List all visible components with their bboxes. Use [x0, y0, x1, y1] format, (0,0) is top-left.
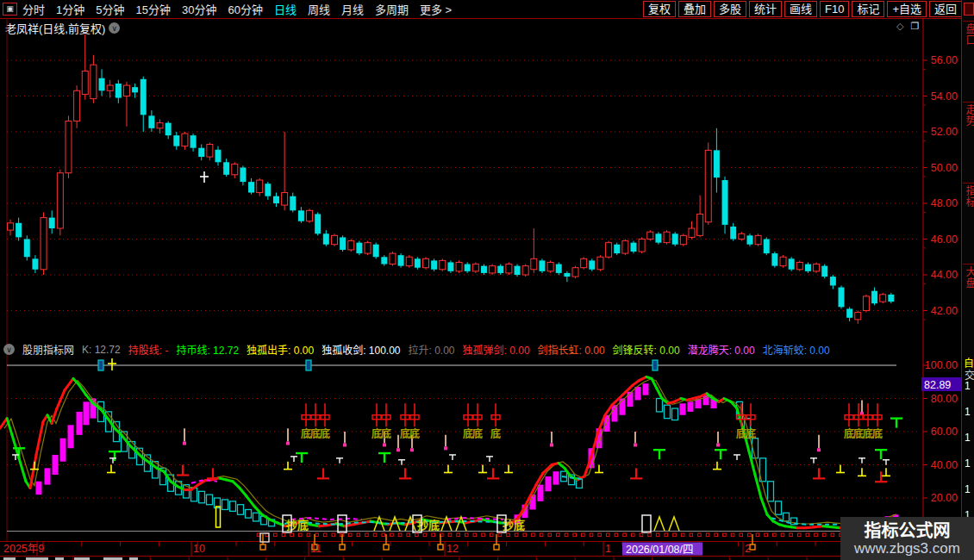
indicator-axis-label: 60.00: [931, 426, 958, 438]
badge-value: 82.89: [924, 379, 951, 391]
di-label: 底: [490, 427, 501, 440]
strip-number-2: 1: [965, 432, 971, 444]
indicator-field-0: K: 12.72: [82, 344, 121, 356]
right-sidebar-strip[interactable]: 盘口走势指标大盘自交1111111: [961, 0, 974, 560]
strip-number-4: 1: [965, 483, 971, 495]
watermark: 指标公式网 www.zbgs3.com: [840, 517, 974, 560]
indicator-field-9: 潜龙腾天: 0.00: [688, 342, 755, 357]
strip-tab-3[interactable]: 大盘: [963, 264, 974, 289]
date-axis: 2025年9101112122026/01/08/四: [3, 542, 893, 556]
indicator-field-6: 独孤弹剑: 0.00: [463, 342, 530, 357]
di-label: 底: [409, 427, 420, 440]
indicator-field-10: 北海斩蛟: 0.00: [763, 342, 830, 357]
date-label: 2: [745, 543, 751, 555]
di-bottom-clusters: 底底底底底底底底底底底底底底底底: [301, 403, 883, 439]
indicator-axis-label: 40.00: [931, 459, 958, 471]
strip-tab-0[interactable]: 盘口: [963, 21, 974, 46]
strip-tab-2[interactable]: 指标: [963, 183, 974, 208]
indicator-grid: 100.0080.0060.0040.0020.00: [7, 359, 958, 532]
chaodi-label: 抄底: [286, 519, 309, 532]
indicator-value-badge: 82.89: [921, 377, 961, 391]
price-axis-label: 44.00: [931, 269, 958, 281]
price-axis-label: 54.00: [931, 90, 958, 103]
date-label: 11: [310, 543, 322, 555]
red-bottom-markers: [177, 465, 887, 482]
price-axis-label: 56.00: [931, 54, 958, 66]
di-label: 底: [472, 427, 483, 440]
main-cross-marker: [200, 171, 209, 183]
main-candles: [8, 34, 895, 324]
price-axis-label: 48.00: [931, 197, 958, 209]
indicator-site-name: 股朋指标网: [22, 342, 74, 357]
main-grid: 56.0054.0052.0050.0048.0046.0044.0042.00: [7, 54, 958, 320]
strip-tab-1[interactable]: 走势: [963, 102, 974, 127]
date-label: 1: [605, 543, 611, 555]
date-label: 10: [193, 543, 205, 555]
crosshair-date-badge: 2026/01/08/四: [626, 544, 694, 556]
strip-number-0: 1: [965, 380, 971, 392]
watermark-url: www.zbgs3.com: [854, 540, 960, 557]
date-label: 12: [446, 543, 459, 555]
indicator-field-4: 独孤收剑: 100.00: [322, 342, 400, 357]
indicator-axis-label: 100.00: [925, 359, 958, 371]
red-dot-squares: [257, 533, 892, 537]
price-axis-label: 42.00: [931, 305, 958, 317]
di-label: 底: [320, 427, 330, 440]
di-label: 底: [746, 427, 756, 440]
indicator-field-2: 持币线: 12.72: [176, 342, 239, 357]
indicator-field-7: 剑指长虹: 0.00: [538, 342, 605, 357]
indicator-axis-label: 20.00: [931, 492, 958, 504]
indicator-field-5: 拉升: 0.00: [409, 342, 455, 357]
price-axis-label: 52.00: [931, 126, 958, 138]
indicator-field-3: 独孤出手: 0.00: [247, 342, 314, 357]
price-axis-label: 50.00: [931, 162, 958, 174]
chart-canvas: 56.0054.0052.0050.0048.0046.0044.0042.00…: [0, 0, 974, 560]
bottom-clipped-row: [3, 557, 884, 560]
strip-number-3: 1: [965, 457, 971, 470]
indicator-field-1: 持股线: -: [128, 342, 169, 357]
indicator-axis-label: 80.00: [931, 393, 958, 405]
price-axis-label: 46.00: [931, 233, 958, 246]
trading-app-window: ▣ 分时1分钟5分钟15分钟30分钟60分钟日线周线月线多周期更多 > 复权叠加…: [0, 0, 974, 560]
watermark-title: 指标公式网: [865, 521, 951, 540]
yellow-bar-marker: [216, 507, 221, 527]
di-label: 底: [381, 427, 391, 440]
collapse-icon[interactable]: ∨: [3, 344, 15, 355]
strip-top-icon[interactable]: [964, 3, 974, 16]
strip-number-1: 1: [965, 406, 971, 418]
date-label: 2025年9: [3, 543, 44, 555]
pink-drop-markers: [183, 400, 864, 451]
top-level-markers: [98, 358, 658, 370]
chaodi-label: 抄底: [417, 519, 440, 532]
di-label: 底: [872, 427, 883, 440]
indicator-header: ∨ 股朋指标网 K: 12.72持股线: -持币线: 12.72独孤出手: 0.…: [3, 342, 830, 357]
indicator-field-8: 剑锋反转: 0.00: [613, 342, 680, 357]
